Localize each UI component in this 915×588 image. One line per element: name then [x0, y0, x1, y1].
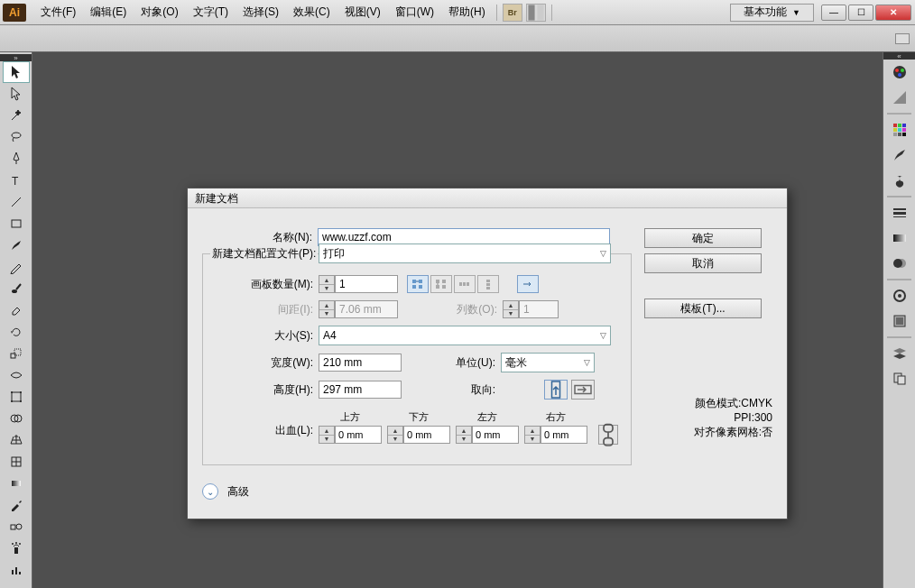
svg-rect-24 [12, 570, 14, 574]
lasso-tool[interactable] [3, 126, 30, 148]
minimize-button[interactable]: — [821, 5, 846, 21]
rotate-tool[interactable] [3, 321, 30, 343]
bridge-button[interactable]: Br [503, 4, 522, 22]
units-select[interactable]: 毫米 ▽ [501, 353, 595, 372]
size-select[interactable]: A4 ▽ [319, 326, 611, 345]
panel-collapse-handle[interactable]: » [0, 54, 32, 61]
workspace-switcher[interactable]: 基本功能 ▼ [730, 4, 814, 22]
panel-collapse-handle[interactable]: « [883, 52, 915, 60]
brushes-panel-icon[interactable] [886, 143, 913, 167]
menu-object[interactable]: 对象(O) [134, 1, 185, 23]
spacing-label: 间距(I): [203, 302, 313, 317]
bleed-right-input[interactable]: 0 mm [541, 426, 587, 444]
arrange-row-button[interactable] [454, 275, 476, 293]
svg-point-66 [898, 294, 901, 298]
eraser-tool[interactable] [3, 299, 30, 321]
mesh-tool[interactable] [3, 451, 30, 473]
color-guide-panel-icon[interactable] [886, 86, 913, 109]
blob-brush-tool[interactable] [3, 278, 30, 299]
svg-point-12 [11, 400, 13, 402]
chevron-down-icon: ▼ [792, 8, 800, 17]
blend-tool[interactable] [3, 516, 30, 537]
svg-rect-18 [11, 525, 15, 529]
color-panel-icon[interactable] [886, 60, 913, 84]
direction-ltr-button[interactable] [517, 275, 539, 293]
chevron-down-icon: ▽ [584, 358, 590, 367]
column-graph-tool[interactable] [3, 559, 30, 581]
layers-panel-icon[interactable] [886, 342, 913, 365]
link-bleed-button[interactable] [598, 425, 618, 445]
close-button[interactable]: ✕ [875, 5, 911, 21]
ok-button[interactable]: 确定 [644, 228, 762, 248]
symbols-panel-icon[interactable] [886, 169, 913, 192]
svg-rect-28 [419, 280, 422, 283]
orientation-landscape-button[interactable] [571, 380, 595, 400]
profile-select[interactable]: 打印 ▽ [319, 243, 611, 263]
menu-type[interactable]: 文字(T) [186, 1, 236, 23]
width-tool[interactable] [3, 364, 30, 386]
grid-by-row-button[interactable] [407, 275, 429, 293]
gradient-panel-icon[interactable] [886, 226, 913, 250]
scale-tool[interactable] [3, 343, 30, 364]
arrange-docs-button[interactable] [526, 4, 546, 22]
width-label: 宽度(W): [203, 355, 313, 371]
appearance-panel-icon[interactable] [886, 284, 913, 308]
bleed-right-spinner[interactable]: ▲▼ [524, 426, 541, 444]
svg-point-21 [12, 543, 14, 545]
artboards-panel-icon[interactable] [886, 367, 913, 390]
bleed-top-spinner[interactable]: ▲▼ [319, 426, 335, 444]
orientation-portrait-button[interactable] [544, 380, 568, 400]
menu-effect[interactable]: 效果(C) [286, 1, 337, 23]
grid-by-col-button[interactable] [430, 275, 452, 293]
transparency-panel-icon[interactable] [886, 252, 913, 275]
control-strip [0, 25, 915, 52]
rectangle-tool[interactable] [3, 213, 30, 234]
direct-selection-tool[interactable] [3, 83, 30, 105]
height-input[interactable]: 297 mm [319, 381, 402, 399]
menu-select[interactable]: 选择(S) [236, 1, 286, 23]
menu-edit[interactable]: 编辑(E) [83, 1, 134, 23]
bleed-bottom-spinner[interactable]: ▲▼ [387, 426, 403, 444]
advanced-toggle[interactable]: ⌄ [202, 483, 218, 500]
templates-button[interactable]: 模板(T)... [644, 299, 762, 318]
line-tool[interactable] [3, 191, 30, 213]
bleed-left-input[interactable]: 0 mm [472, 426, 519, 444]
width-input[interactable]: 210 mm [319, 354, 402, 372]
maximize-button[interactable]: ☐ [848, 5, 873, 21]
svg-rect-51 [898, 124, 901, 127]
advanced-label: 高级 [227, 484, 249, 500]
graphic-styles-panel-icon[interactable] [886, 309, 913, 333]
artboards-spinner[interactable]: ▲▼ [319, 275, 335, 293]
shape-builder-tool[interactable] [3, 408, 30, 429]
menu-window[interactable]: 窗口(W) [388, 1, 441, 23]
pencil-tool[interactable] [3, 256, 30, 278]
pen-tool[interactable] [3, 148, 30, 170]
cancel-button[interactable]: 取消 [644, 253, 762, 273]
svg-rect-36 [463, 282, 466, 286]
menu-file[interactable]: 文件(F) [33, 1, 83, 23]
symbol-sprayer-tool[interactable] [3, 537, 30, 559]
gradient-tool[interactable] [3, 473, 30, 494]
type-tool[interactable]: T [3, 170, 30, 191]
selection-tool[interactable] [3, 61, 30, 83]
svg-rect-1 [537, 5, 543, 20]
eyedropper-tool[interactable] [3, 494, 30, 516]
arrange-col-button[interactable] [477, 275, 499, 293]
menu-view[interactable]: 视图(V) [337, 1, 388, 23]
svg-line-4 [12, 198, 21, 207]
bleed-bottom-input[interactable]: 0 mm [403, 426, 450, 444]
separator [496, 5, 497, 21]
bleed-left-spinner[interactable]: ▲▼ [456, 426, 472, 444]
perspective-grid-tool[interactable] [3, 429, 30, 451]
svg-rect-32 [442, 280, 446, 283]
panel-menu-icon[interactable] [895, 33, 910, 44]
free-transform-tool[interactable] [3, 386, 30, 408]
titlebar: Ai 文件(F) 编辑(E) 对象(O) 文字(T) 选择(S) 效果(C) 视… [0, 0, 915, 25]
bleed-top-input[interactable]: 0 mm [335, 426, 382, 444]
paintbrush-tool[interactable] [3, 234, 30, 256]
artboards-input[interactable]: 1 [335, 275, 398, 293]
menu-help[interactable]: 帮助(H) [441, 1, 493, 23]
stroke-panel-icon[interactable] [886, 201, 913, 225]
magic-wand-tool[interactable] [3, 105, 30, 126]
swatches-panel-icon[interactable] [886, 118, 913, 142]
